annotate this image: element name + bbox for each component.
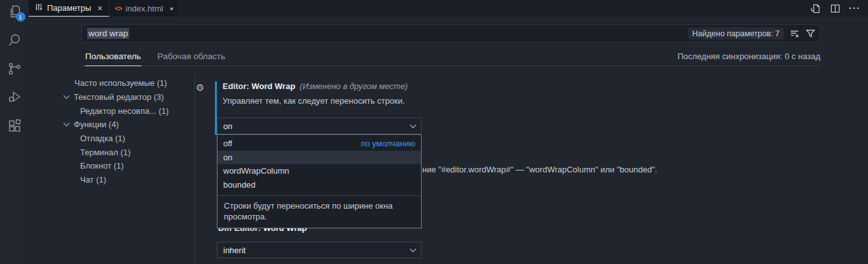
settings-search-input[interactable]: word wrap Найдено параметров: 7 <box>81 24 820 43</box>
toc-item[interactable]: Блокнот (1) <box>29 159 194 173</box>
toc-item-label: Отладка (1) <box>80 134 125 143</box>
toc-tree: Часто используемые (1)Текстовый редактор… <box>29 76 194 187</box>
setting-title: Editor: Word Wrap(Изменено в другом мест… <box>223 81 408 91</box>
tab-label: Параметры <box>47 3 91 13</box>
scope-tabs: Пользователь Рабочая область <box>81 52 225 66</box>
dropdown-option[interactable]: wordWrapColumn <box>217 164 421 178</box>
setting-gear-icon[interactable]: ⚙ <box>196 83 204 92</box>
chevron-down-icon <box>64 120 70 127</box>
toc-divider <box>195 74 195 264</box>
setting-category: Editor: <box>223 81 252 91</box>
toc-item-label: Блокнот (1) <box>80 161 124 170</box>
modified-dot-icon: ● <box>170 4 174 12</box>
editor-title-actions: ··· <box>809 3 860 14</box>
toc-item-label: Чат (1) <box>80 175 106 184</box>
toc-item[interactable]: Часто используемые (1) <box>29 76 194 90</box>
more-actions-icon[interactable]: ··· <box>849 5 860 11</box>
diff-word-wrap-select[interactable]: inherit <box>217 242 422 258</box>
extensions-icon[interactable] <box>7 118 22 134</box>
clear-filters-icon[interactable] <box>789 28 800 39</box>
tab-label: index.html <box>125 4 163 13</box>
search-controls: Найдено параметров: 7 <box>688 27 816 39</box>
code-brackets-icon: <> <box>115 4 122 12</box>
filter-funnel-icon[interactable] <box>805 28 816 39</box>
toc-item[interactable]: Отладка (1) <box>29 132 194 146</box>
search-icon[interactable] <box>7 32 22 48</box>
results-count-label: Найдено параметров: 7 <box>688 27 784 39</box>
toc-item-label: Функции (4) <box>74 120 119 129</box>
select-value: inherit <box>223 246 245 255</box>
split-editor-icon[interactable] <box>829 3 841 14</box>
toc-item-label: Часто используемые (1) <box>74 78 167 88</box>
toc-item[interactable]: Редактор несовпа... (1) <box>29 104 194 118</box>
option-label: bounded <box>223 180 256 190</box>
dropdown-option-detail: Строки будут переноситься по ширине окна… <box>217 198 421 223</box>
toc-item-label: Текстовый редактор (3) <box>74 92 164 102</box>
close-icon[interactable]: × <box>97 4 102 13</box>
obscured-description-fragment: ние "#editor.wordWrap#" — "wordWrapColum… <box>422 165 657 174</box>
files-copy-icon[interactable]: 1 <box>7 4 22 19</box>
option-label: on <box>223 153 232 162</box>
activity-badge: 1 <box>16 12 25 22</box>
dropdown-options: offпо умолчаниюonwordWrapColumnbounded <box>217 137 421 191</box>
dropdown-separator <box>218 195 420 196</box>
chevron-down-icon <box>64 93 70 99</box>
default-badge: по умолчанию <box>361 139 415 148</box>
dropdown-option[interactable]: offпо умолчанию <box>217 137 421 151</box>
tab-index-html[interactable]: <> index.html ● <box>109 0 181 17</box>
toc-item[interactable]: Текстовый редактор (3) <box>29 90 194 104</box>
search-value: word wrap <box>87 28 129 39</box>
editor-area: Параметры × <> index.html ● ··· word wra <box>29 0 868 264</box>
activity-bar: 1 <box>0 0 29 264</box>
toc-item-label: Терминал (1) <box>80 148 130 157</box>
dropdown-option[interactable]: bounded <box>217 178 421 192</box>
scope-bar: Пользователь Рабочая область Последняя с… <box>81 50 820 66</box>
setting-name: Word Wrap <box>252 81 296 91</box>
word-wrap-select[interactable]: on <box>217 118 422 134</box>
run-debug-icon[interactable] <box>7 90 22 105</box>
chevron-down-icon <box>410 246 417 253</box>
tab-settings[interactable]: Параметры × <box>29 0 109 17</box>
toc-item-label: Редактор несовпа... (1) <box>80 106 169 116</box>
toc-item[interactable]: Терминал (1) <box>29 145 194 159</box>
select-value: on <box>223 122 232 131</box>
option-label: wordWrapColumn <box>223 166 289 176</box>
dropdown-option[interactable]: on <box>217 151 421 165</box>
scope-tab-workspace[interactable]: Рабочая область <box>158 52 226 66</box>
toc-item[interactable]: Чат (1) <box>29 173 194 187</box>
word-wrap-dropdown: offпо умолчаниюonwordWrapColumnbounded С… <box>217 134 422 228</box>
chevron-down-icon <box>410 122 417 129</box>
open-settings-json-icon[interactable] <box>809 3 821 14</box>
sync-status-label: Последняя синхронизация: 0 с назад <box>677 52 820 66</box>
scope-tab-user[interactable]: Пользователь <box>85 52 141 66</box>
settings-sliders-icon <box>34 3 43 13</box>
editor-tab-bar: Параметры × <> index.html ● <box>29 0 868 17</box>
setting-description: Управляет тем, как следует переносить ст… <box>223 96 405 106</box>
toc-item[interactable]: Функции (4) <box>29 118 194 132</box>
modified-elsewhere-note: (Изменено в другом месте) <box>300 81 408 91</box>
source-control-icon[interactable] <box>7 61 22 76</box>
option-label: off <box>223 139 232 148</box>
